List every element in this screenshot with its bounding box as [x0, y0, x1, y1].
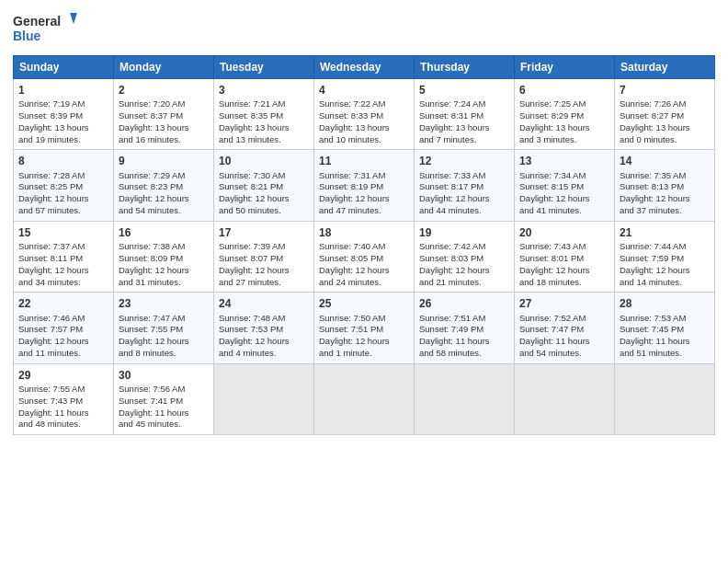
cell-line: Daylight: 12 hours — [620, 193, 710, 205]
cell-line: Sunset: 7:55 PM — [119, 324, 209, 336]
cell-line: Sunset: 8:05 PM — [319, 253, 409, 265]
calendar-body: 1Sunrise: 7:19 AMSunset: 8:39 PMDaylight… — [14, 79, 715, 435]
logo: General Blue — [13, 9, 77, 48]
day-number: 9 — [119, 154, 209, 168]
day-number: 25 — [319, 296, 409, 311]
cell-line: Daylight: 12 hours — [419, 193, 509, 205]
cell-line: and 4 minutes. — [219, 348, 309, 360]
cell-line: and 45 minutes. — [119, 419, 209, 431]
cell-line: Daylight: 12 hours — [18, 265, 108, 277]
cell-line: and 48 minutes. — [18, 419, 108, 431]
calendar-cell: 10Sunrise: 7:30 AMSunset: 8:21 PMDayligh… — [214, 150, 314, 221]
cell-line: and 0 minutes. — [620, 134, 710, 146]
cell-line: Daylight: 13 hours — [519, 122, 609, 134]
day-number: 29 — [18, 368, 108, 383]
calendar-cell: 30Sunrise: 7:56 AMSunset: 7:41 PMDayligh… — [114, 363, 214, 434]
cell-line: Sunrise: 7:44 AM — [620, 241, 710, 253]
cell-line: Daylight: 12 hours — [219, 193, 309, 205]
day-header-thursday: Thursday — [415, 56, 515, 79]
cell-line: Sunset: 8:13 PM — [620, 181, 710, 193]
cell-line: Sunset: 7:51 PM — [319, 324, 409, 336]
cell-line: Sunrise: 7:39 AM — [219, 241, 309, 253]
cell-line: Sunset: 7:57 PM — [18, 324, 108, 336]
cell-line: and 3 minutes. — [519, 134, 609, 146]
cell-line: Sunrise: 7:51 AM — [419, 313, 509, 325]
cell-line: Sunrise: 7:29 AM — [119, 170, 209, 182]
calendar-cell: 9Sunrise: 7:29 AMSunset: 8:23 PMDaylight… — [114, 150, 214, 221]
day-number: 2 — [119, 83, 209, 98]
day-number: 20 — [519, 225, 609, 240]
cell-line: Sunrise: 7:19 AM — [18, 98, 108, 110]
cell-line: Sunrise: 7:20 AM — [119, 98, 209, 110]
calendar-cell — [415, 363, 515, 434]
cell-line: and 8 minutes. — [119, 348, 209, 360]
cell-line: Daylight: 12 hours — [319, 265, 409, 277]
cell-line: Sunrise: 7:35 AM — [620, 170, 710, 182]
cell-line: Daylight: 13 hours — [419, 122, 509, 134]
cell-line: Sunset: 8:27 PM — [620, 110, 710, 122]
day-header-saturday: Saturday — [615, 56, 715, 79]
day-number: 21 — [620, 225, 710, 240]
day-number: 4 — [319, 83, 409, 98]
cell-line: Daylight: 13 hours — [219, 122, 309, 134]
cell-line: Sunset: 8:09 PM — [119, 253, 209, 265]
day-header-sunday: Sunday — [14, 56, 114, 79]
cell-line: Sunset: 7:53 PM — [219, 324, 309, 336]
cell-line: Daylight: 12 hours — [18, 336, 108, 348]
cell-line: Daylight: 12 hours — [18, 193, 108, 205]
cell-line: Sunset: 8:21 PM — [219, 181, 309, 193]
cell-line: and 47 minutes. — [319, 205, 409, 217]
svg-marker-2 — [70, 13, 77, 24]
cell-line: and 27 minutes. — [219, 277, 309, 289]
cell-line: Sunset: 8:39 PM — [18, 110, 108, 122]
calendar-cell — [214, 363, 314, 434]
cell-line: Sunset: 7:47 PM — [519, 324, 609, 336]
cell-line: and 34 minutes. — [18, 277, 108, 289]
calendar-cell: 26Sunrise: 7:51 AMSunset: 7:49 PMDayligh… — [415, 293, 515, 363]
calendar-cell: 1Sunrise: 7:19 AMSunset: 8:39 PMDaylight… — [14, 79, 114, 150]
calendar-cell: 18Sunrise: 7:40 AMSunset: 8:05 PMDayligh… — [314, 221, 415, 292]
calendar-week-4: 22Sunrise: 7:46 AMSunset: 7:57 PMDayligh… — [14, 293, 715, 363]
cell-line: Sunset: 8:37 PM — [119, 110, 209, 122]
cell-line: and 7 minutes. — [419, 134, 509, 146]
calendar-cell: 19Sunrise: 7:42 AMSunset: 8:03 PMDayligh… — [415, 221, 515, 292]
calendar-week-1: 1Sunrise: 7:19 AMSunset: 8:39 PMDaylight… — [14, 79, 715, 150]
cell-line: and 31 minutes. — [119, 277, 209, 289]
calendar-cell: 15Sunrise: 7:37 AMSunset: 8:11 PMDayligh… — [14, 221, 114, 292]
calendar-cell: 11Sunrise: 7:31 AMSunset: 8:19 PMDayligh… — [314, 150, 415, 221]
day-number: 30 — [119, 368, 209, 383]
cell-line: Sunset: 7:49 PM — [419, 324, 509, 336]
day-number: 12 — [419, 154, 509, 168]
calendar-cell — [615, 363, 715, 434]
cell-line: Sunrise: 7:53 AM — [620, 313, 710, 325]
cell-line: Daylight: 13 hours — [319, 122, 409, 134]
day-header-tuesday: Tuesday — [214, 56, 314, 79]
day-number: 22 — [18, 296, 108, 311]
cell-line: and 41 minutes. — [519, 205, 609, 217]
cell-line: and 21 minutes. — [419, 277, 509, 289]
calendar-cell: 5Sunrise: 7:24 AMSunset: 8:31 PMDaylight… — [415, 79, 515, 150]
calendar-cell: 7Sunrise: 7:26 AMSunset: 8:27 PMDaylight… — [615, 79, 715, 150]
calendar-cell: 29Sunrise: 7:55 AMSunset: 7:43 PMDayligh… — [14, 363, 114, 434]
cell-line: Daylight: 12 hours — [119, 265, 209, 277]
calendar-cell: 2Sunrise: 7:20 AMSunset: 8:37 PMDaylight… — [114, 79, 214, 150]
calendar-cell: 21Sunrise: 7:44 AMSunset: 7:59 PMDayligh… — [615, 221, 715, 292]
cell-line: Daylight: 11 hours — [18, 408, 108, 419]
day-number: 26 — [419, 296, 509, 311]
cell-line: Daylight: 13 hours — [18, 122, 108, 134]
calendar-cell: 17Sunrise: 7:39 AMSunset: 8:07 PMDayligh… — [214, 221, 314, 292]
cell-line: and 13 minutes. — [219, 134, 309, 146]
calendar-week-2: 8Sunrise: 7:28 AMSunset: 8:25 PMDaylight… — [14, 150, 715, 221]
cell-line: Daylight: 12 hours — [419, 265, 509, 277]
calendar-cell: 3Sunrise: 7:21 AMSunset: 8:35 PMDaylight… — [214, 79, 314, 150]
cell-line: Sunrise: 7:43 AM — [519, 241, 609, 253]
cell-line: Sunrise: 7:55 AM — [18, 384, 108, 396]
cell-line: Sunrise: 7:21 AM — [219, 98, 309, 110]
calendar-cell: 8Sunrise: 7:28 AMSunset: 8:25 PMDaylight… — [14, 150, 114, 221]
cell-line: and 50 minutes. — [219, 205, 309, 217]
calendar-week-5: 29Sunrise: 7:55 AMSunset: 7:43 PMDayligh… — [14, 363, 715, 434]
calendar-cell: 24Sunrise: 7:48 AMSunset: 7:53 PMDayligh… — [214, 293, 314, 363]
cell-line: Sunrise: 7:46 AM — [18, 313, 108, 325]
cell-line: Daylight: 11 hours — [419, 336, 509, 348]
cell-line: Sunset: 8:03 PM — [419, 253, 509, 265]
